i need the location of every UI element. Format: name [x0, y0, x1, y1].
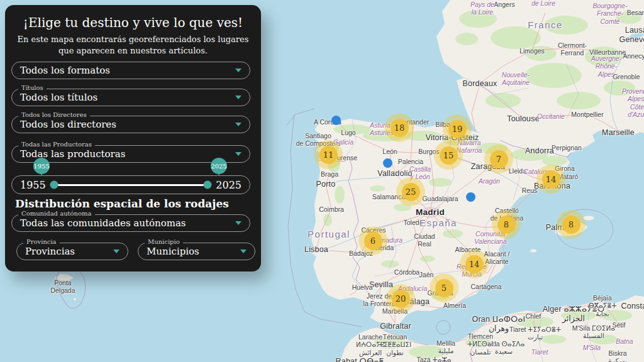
chevron-down-icon [240, 250, 247, 253]
slider-handle-min[interactable] [50, 181, 58, 189]
cluster-count: 8 [497, 216, 516, 234]
cluster-marker[interactable]: 20 [386, 284, 415, 313]
point-marker[interactable] [331, 116, 341, 125]
autonomous-community-select-label: Comunidad autónoma [18, 210, 95, 217]
slider-handle-max[interactable] [204, 181, 212, 189]
cluster-marker[interactable]: 14 [536, 165, 565, 194]
municipality-select-value: Municipios [147, 246, 199, 257]
cluster-count: 5 [435, 279, 453, 297]
cluster-count: 14 [542, 170, 560, 189]
cluster-count: 14 [465, 255, 484, 273]
year-max-label: 2025 [216, 179, 242, 191]
director-select-value: Todos los directores [20, 119, 116, 130]
cluster-count: 6 [364, 232, 382, 250]
cluster-count: 7 [490, 150, 508, 168]
panel-title: ¡Elige tu destino y vive lo que ves! [5, 15, 261, 30]
cluster-marker[interactable]: 15 [434, 141, 463, 170]
section-heading: Distribución espacial de los rodajes [15, 197, 229, 210]
chevron-down-icon [235, 96, 242, 99]
chevron-down-icon [235, 123, 242, 126]
format-select-value: Todos los formatos [20, 65, 110, 76]
cluster-count: 11 [319, 146, 338, 164]
cluster-marker[interactable]: 6 [358, 226, 387, 255]
municipality-select[interactable]: Municipio Municipios [138, 243, 255, 260]
chevron-down-icon [235, 69, 242, 72]
cluster-marker[interactable]: 19 [443, 114, 472, 143]
filter-panel: ¡Elige tu destino y vive lo que ves! En … [5, 5, 261, 272]
year-min-label: 1955 [20, 179, 46, 191]
point-marker[interactable] [466, 192, 475, 202]
autonomous-community-select-value: Todas las comunidades autónomas [20, 217, 186, 229]
format-select[interactable]: Todos los formatos [11, 62, 250, 79]
title-select[interactable]: Títulos Todos los títulos [11, 89, 250, 106]
director-select-label: Todos los Directores [18, 111, 90, 118]
cluster-marker[interactable]: 8 [557, 210, 586, 239]
municipality-select-label: Municipio [145, 238, 183, 245]
title-select-value: Todos los títulos [20, 92, 97, 103]
cluster-marker[interactable]: 5 [430, 273, 458, 302]
cluster-marker[interactable]: 14 [460, 250, 489, 278]
province-select[interactable]: Provincia Provincias [16, 243, 128, 260]
cluster-count: 20 [392, 290, 410, 308]
chevron-down-icon [113, 250, 119, 253]
province-select-label: Provincia [23, 238, 60, 245]
cluster-count: 18 [391, 119, 409, 137]
chevron-down-icon [235, 152, 242, 156]
slider-track[interactable] [54, 184, 208, 186]
cluster-count: 19 [448, 120, 467, 138]
app: AngersPays de la Loirede LoireFranceBour… [0, 0, 644, 362]
cluster-marker[interactable]: 11 [314, 140, 343, 169]
chevron-down-icon [235, 221, 242, 225]
cluster-marker[interactable]: 8 [492, 210, 521, 239]
slider-tooltip-min-value: 1955 [33, 163, 49, 170]
slider-tooltip-min: 1955 [33, 158, 50, 174]
director-select[interactable]: Todos los Directores Todos los directore… [11, 116, 250, 133]
cluster-count: 25 [402, 183, 420, 201]
cluster-count: 15 [440, 146, 458, 165]
producer-select-value: Todas las productoras [20, 148, 125, 160]
slider-tooltip-max-value: 2025 [211, 163, 226, 170]
slider-tooltip-max: 2025 [211, 158, 227, 174]
autonomous-community-select[interactable]: Comunidad autónoma Todas las comunidades… [11, 214, 250, 232]
panel-subtitle: En este mapa encontrarás georeferenciado… [14, 34, 252, 56]
point-marker[interactable] [383, 158, 392, 168]
cluster-count: 8 [562, 216, 580, 234]
year-slider: 1955 2025 [11, 175, 250, 194]
province-select-value: Provincias [25, 246, 75, 257]
cluster-marker[interactable]: 18 [385, 113, 414, 142]
cluster-marker[interactable]: 25 [396, 177, 425, 206]
producer-select-label: Todas las Productoras [18, 141, 95, 148]
cluster-marker[interactable]: 7 [484, 145, 513, 173]
title-select-label: Títulos [18, 84, 47, 91]
